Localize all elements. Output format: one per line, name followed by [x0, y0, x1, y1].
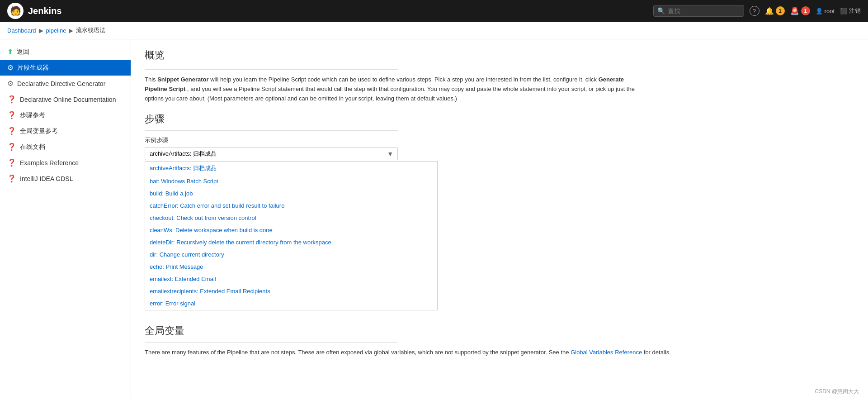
list-item-catchError[interactable]: catchError: Catch error and set build re…: [145, 200, 437, 212]
sidebar: ⬆ 返回 ⚙ 片段生成器 ⚙ Declarative Directive Gen…: [0, 39, 131, 400]
gear-icon-directive: ⚙: [7, 79, 14, 88]
alert-count: 1: [801, 6, 810, 15]
sidebar-label-examples: Examples Reference: [20, 159, 79, 167]
logout-label: 注销: [849, 7, 861, 15]
sidebar-item-global-var[interactable]: ❓ 全局变量参考: [0, 123, 131, 139]
breadcrumb-sep-1: ▶: [39, 27, 43, 34]
list-item-cleanWs[interactable]: cleanWs: Delete workspace when build is …: [145, 224, 437, 236]
sidebar-label-back: 返回: [17, 48, 29, 56]
list-item-archiveArtifacts[interactable]: archiveArtifacts: 归档成品: [145, 162, 437, 175]
steps-section: 步骤 示例步骤 archiveArtifacts: 归档成品 ▼ archive…: [145, 112, 854, 310]
search-box[interactable]: 🔍: [653, 5, 744, 17]
global-divider: [145, 342, 398, 343]
gear-icon-snippet: ⚙: [7, 63, 14, 72]
search-icon: 🔍: [657, 7, 665, 14]
global-section: 全局变量 There are many features of the Pipe…: [145, 324, 854, 357]
sidebar-item-intellij[interactable]: ❓ IntelliJ IDEA GDSL: [0, 171, 131, 186]
breadcrumb-dashboard[interactable]: Dashboard: [7, 27, 36, 34]
list-item-echo[interactable]: echo: Print Message: [145, 261, 437, 273]
breadcrumb: Dashboard ▶ pipeline ▶ 流水线语法: [0, 22, 868, 39]
user-icon: 👤: [816, 8, 823, 14]
bell-icon: 🔔: [765, 7, 774, 15]
sidebar-label-snippet: 片段生成器: [17, 64, 49, 72]
jenkins-title: Jenkins: [28, 6, 61, 16]
sidebar-label-global: 全局变量参考: [20, 127, 58, 135]
logout-button[interactable]: ⬛ 注销: [840, 7, 861, 15]
question-icon-online: ❓: [7, 95, 16, 104]
steps-subtitle: 示例步骤: [145, 136, 854, 144]
list-item-emailextrecipients[interactable]: emailextrecipients: Extended Email Recip…: [145, 285, 437, 297]
question-icon-global: ❓: [7, 127, 16, 135]
main-content: 概览 This Snippet Generator will help you …: [131, 39, 868, 400]
question-icon-examples: ❓: [7, 158, 16, 167]
steps-dropdown[interactable]: archiveArtifacts: 归档成品: [145, 147, 398, 160]
steps-dropdown-container: archiveArtifacts: 归档成品 ▼: [145, 147, 398, 160]
global-link[interactable]: Global Variables Reference: [571, 349, 642, 356]
question-icon-intellij: ❓: [7, 174, 16, 183]
sidebar-label-directive: Declarative Directive Generator: [17, 80, 105, 87]
header: 🧑 Jenkins 🔍 ? 🔔 1 🚨 1 👤 root ⬛ 注销: [0, 0, 868, 22]
overview-divider: [145, 69, 398, 70]
sidebar-item-back[interactable]: ⬆ 返回: [0, 44, 131, 60]
notification-bell[interactable]: 🔔 1: [765, 6, 785, 15]
list-item-dir[interactable]: dir: Change current directory: [145, 248, 437, 261]
list-item-deleteDir[interactable]: deleteDir: Recursively delete the curren…: [145, 236, 437, 248]
global-title: 全局变量: [145, 324, 854, 338]
list-item-emailext[interactable]: emailext: Extended Email: [145, 273, 437, 285]
header-left: 🧑 Jenkins: [7, 3, 61, 19]
alert-badge[interactable]: 🚨 1: [790, 6, 810, 15]
sidebar-label-intellij: IntelliJ IDEA GDSL: [20, 175, 73, 182]
intro-text-3: , and you will see a Pipeline Script sta…: [145, 86, 635, 102]
sidebar-item-steps-reference[interactable]: ❓ 步骤参考: [0, 107, 131, 123]
dropdown-list[interactable]: archiveArtifacts: 归档成品 bat: Windows Batc…: [145, 161, 438, 310]
sidebar-item-examples[interactable]: ❓ Examples Reference: [0, 155, 131, 171]
search-input[interactable]: [668, 7, 740, 14]
list-item-bat[interactable]: bat: Windows Batch Script: [145, 175, 437, 187]
footer-note: CSDN @慧闲大大: [815, 388, 859, 395]
list-item-checkout[interactable]: checkout: Check out from version control: [145, 212, 437, 224]
intro-text-1: This: [145, 76, 157, 83]
breadcrumb-sep-2: ▶: [69, 27, 73, 34]
list-item-build[interactable]: build: Build a job: [145, 187, 437, 200]
sidebar-item-online-docs[interactable]: ❓ 在线文档: [0, 139, 131, 155]
list-item-error[interactable]: error: Error signal: [145, 297, 437, 310]
sidebar-label-online: Declarative Online Documentation: [20, 96, 116, 103]
steps-title: 步骤: [145, 112, 854, 126]
layout: ⬆ 返回 ⚙ 片段生成器 ⚙ Declarative Directive Gen…: [0, 39, 868, 400]
header-right: 🔍 ? 🔔 1 🚨 1 👤 root ⬛ 注销: [653, 5, 861, 17]
question-icon-steps: ❓: [7, 111, 16, 119]
jenkins-logo: 🧑: [7, 3, 24, 19]
steps-divider: [145, 130, 398, 131]
global-text-2: for details.: [644, 349, 671, 356]
question-icon-docs: ❓: [7, 143, 16, 151]
sidebar-item-declarative-directive[interactable]: ⚙ Declarative Directive Generator: [0, 76, 131, 91]
sidebar-item-snippet-generator[interactable]: ⚙ 片段生成器: [0, 60, 131, 76]
global-text: There are many features of the Pipeline …: [145, 348, 854, 357]
global-text-1: There are many features of the Pipeline …: [145, 349, 571, 356]
notification-count: 1: [776, 6, 785, 15]
breadcrumb-pipeline[interactable]: pipeline: [46, 27, 66, 34]
user-info: 👤 root: [816, 8, 835, 14]
intro-snippet: Snippet Generator: [157, 76, 208, 83]
list-item-fileExists[interactable]: fileExists: Verify if file exists in wor…: [145, 310, 437, 310]
intro-text: This Snippet Generator will help you lea…: [145, 75, 642, 103]
back-icon: ⬆: [7, 48, 13, 56]
intro-text-2: will help you learn the Pipeline Script …: [210, 76, 598, 83]
username: root: [825, 8, 835, 14]
overview-title: 概览: [145, 48, 854, 64]
breadcrumb-current: 流水线语法: [76, 26, 105, 34]
sidebar-item-declarative-online[interactable]: ❓ Declarative Online Documentation: [0, 91, 131, 107]
logout-icon: ⬛: [840, 8, 847, 14]
help-icon[interactable]: ?: [750, 6, 760, 16]
alert-icon: 🚨: [790, 7, 799, 15]
sidebar-label-docs: 在线文档: [20, 143, 45, 151]
sidebar-label-steps: 步骤参考: [20, 111, 45, 119]
